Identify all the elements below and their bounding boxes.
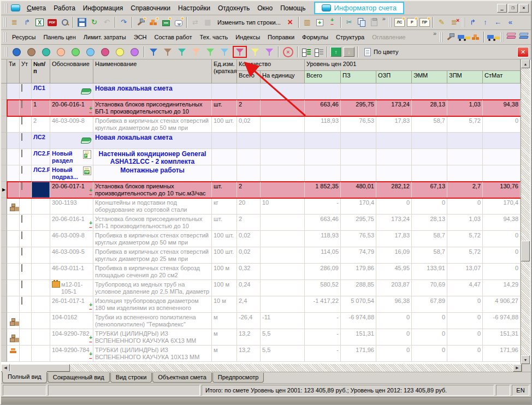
cell-code[interactable]: 46-03-009-8 (50, 231, 93, 247)
cell-price-3[interactable]: 58,7 (412, 231, 447, 247)
scroll-left-button[interactable]: ◀ (1, 364, 10, 372)
row-checkbox[interactable] (21, 281, 22, 288)
row-selector[interactable] (1, 296, 7, 313)
cell-price-3[interactable]: 28,13 (412, 100, 447, 116)
table-row[interactable]: 46-03-009-5Пробивка в кирпичных стенах о… (1, 247, 521, 264)
cell-price-3[interactable]: 70,69 (412, 280, 447, 296)
cell-qty-per-unit[interactable] (261, 264, 305, 279)
cell-price-2[interactable]: 173,24 (376, 215, 412, 230)
row-checkbox[interactable] (21, 100, 22, 108)
cell-approved[interactable] (20, 133, 32, 148)
color-filter-green-icon[interactable] (206, 48, 214, 56)
cell-type[interactable] (7, 133, 20, 148)
works-pick-icon[interactable] (444, 31, 457, 43)
color-filter-lightblue-icon[interactable] (221, 48, 228, 56)
cell-price-4[interactable]: 1,03 (447, 215, 483, 230)
color-mark-yellow[interactable] (116, 48, 124, 56)
cell-type[interactable] (7, 346, 20, 361)
cell-type[interactable] (7, 264, 20, 279)
r-row-button[interactable]: Р (406, 16, 418, 28)
cell-price-5[interactable]: 0 (483, 264, 521, 279)
cell-code[interactable]: 20-06-016-1+− (50, 100, 93, 116)
pr-row-button[interactable]: ПР (418, 16, 431, 28)
cell-price-4[interactable]: 0 (447, 329, 483, 345)
header-price-level-group-label[interactable]: Уровень цен 2001 (305, 59, 521, 71)
view-tab-2[interactable]: Сокращенный вид (48, 373, 110, 383)
row-selector[interactable] (1, 346, 7, 362)
cell-price-3[interactable]: 67,13 (412, 182, 447, 198)
color-mark-blue[interactable] (13, 48, 21, 56)
cell-type[interactable] (7, 100, 20, 116)
cell-type[interactable] (7, 313, 20, 329)
delete-row-icon[interactable]: × (284, 16, 297, 28)
ls-row-button[interactable]: ЛС (393, 16, 406, 28)
cell-price-0[interactable]: 1 852,35 (305, 182, 341, 198)
cell-num[interactable] (32, 182, 50, 198)
cell-code[interactable]: 104-9290-782+− (50, 329, 93, 345)
cell-qty-per-unit[interactable]: 5,5 (261, 346, 305, 361)
row-selector[interactable] (1, 247, 7, 264)
cell-num[interactable] (32, 346, 50, 361)
cell-qty-total[interactable]: 0,02 (237, 231, 261, 247)
cell-qty-total[interactable]: -26,4 (237, 313, 261, 329)
cell-price-2[interactable]: 0 (376, 313, 412, 329)
move-level-left-icon[interactable]: « (504, 16, 517, 28)
cell-approved[interactable] (20, 329, 32, 345)
cell-name[interactable]: Трубопровод из медных труб на условное д… (93, 280, 212, 296)
table-row[interactable]: ЛС2.Р1Новый подраз...Монтажные работы (1, 165, 521, 182)
view-tab-5[interactable]: Предпросмотр (212, 373, 264, 383)
cell-unit[interactable]: 100 м (212, 264, 237, 279)
cell-unit[interactable]: 100 шт. (212, 231, 237, 247)
cell-price-2[interactable]: 0 (376, 329, 412, 345)
cell-price-1[interactable]: 151,31 (341, 329, 376, 345)
app-icon[interactable] (11, 4, 20, 11)
cell-qty-total[interactable]: 13,2 (237, 329, 261, 345)
save-icon[interactable] (75, 16, 88, 28)
cell-num[interactable]: ЛС2 (32, 133, 50, 148)
cell-price-1[interactable] (341, 84, 376, 99)
cell-price-5[interactable]: 130,76 (483, 182, 521, 198)
table-row[interactable]: 46-03-009-8Пробивка в кирпичных стенах о… (1, 231, 521, 247)
cell-price-2[interactable] (376, 165, 412, 181)
header-ЗПМ[interactable]: ЗПМ (447, 71, 483, 84)
cell-price-5[interactable] (483, 133, 521, 148)
panel-tab-1[interactable]: Ресурсы (8, 32, 39, 42)
row-selector[interactable] (1, 100, 7, 116)
table-row[interactable]: 46-03-011-1Пробивка в кирпичных стенах б… (1, 264, 521, 280)
cell-price-0[interactable]: - (305, 346, 341, 361)
cell-type[interactable] (7, 247, 20, 263)
cell-price-2[interactable]: 45,95 (376, 264, 412, 279)
row-selector[interactable] (1, 198, 7, 215)
excel-export-icon[interactable]: X (33, 16, 46, 28)
restore-button[interactable]: ❐ (508, 4, 518, 13)
row-checkbox[interactable] (21, 117, 22, 124)
row-selector[interactable] (1, 84, 7, 100)
cell-code[interactable]: 20-06-016-1+− (50, 215, 93, 230)
cell-price-2[interactable]: 16,09 (376, 247, 412, 263)
row-selector[interactable] (1, 133, 7, 149)
cell-qty-total[interactable] (237, 165, 261, 181)
recalc-window-icon[interactable]: ↷ (117, 16, 130, 28)
cell-qty-per-unit[interactable] (261, 280, 305, 296)
cell-code[interactable]: 20-06-017-1+− (50, 182, 93, 198)
table-row[interactable]: 246-03-009-8Пробивка в кирпичных стенах … (1, 116, 521, 133)
row-selector[interactable] (1, 264, 7, 280)
cell-type[interactable] (7, 215, 20, 230)
refresh-icon[interactable]: ↻ (88, 16, 101, 28)
cell-price-1[interactable]: 76,53 (341, 116, 376, 132)
pink-books-icon[interactable] (505, 31, 517, 43)
cell-num[interactable] (32, 247, 50, 263)
outline-export-icon[interactable]: ↱ (21, 16, 33, 28)
header-num[interactable]: №п/п (32, 59, 50, 84)
cell-price-0[interactable]: - (305, 198, 341, 214)
minimize-button[interactable]: _ (497, 4, 507, 13)
color-filter-teal-icon[interactable] (178, 48, 186, 56)
cell-name[interactable]: Трубки из вспененного полиэтилена (пеноп… (93, 313, 212, 329)
cell-price-4[interactable] (447, 133, 483, 148)
cell-qty-per-unit[interactable] (261, 296, 305, 312)
header-ti[interactable]: Ти (7, 59, 20, 84)
color-mark-teal[interactable] (42, 48, 50, 56)
cell-price-4[interactable]: 0 (447, 296, 483, 312)
color-filter-blue-icon[interactable] (150, 48, 157, 56)
cell-qty-total[interactable]: 0,32 (237, 264, 261, 279)
